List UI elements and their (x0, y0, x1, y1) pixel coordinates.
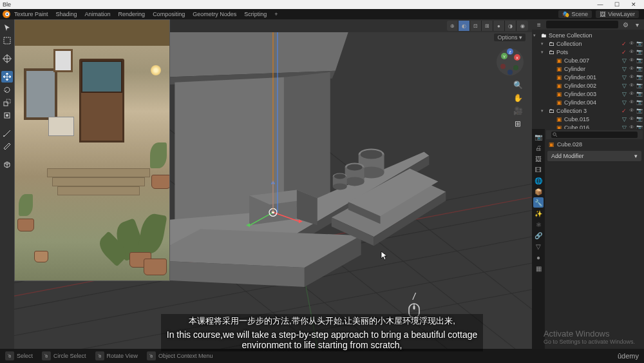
tool-cursor-3d[interactable] (1, 53, 13, 64)
outliner-search[interactable] (546, 21, 618, 28)
status-circle: Circle Select (53, 353, 86, 359)
outliner-row[interactable]: ▣Cylinder.001▽👁📷 (533, 73, 643, 81)
outliner-row[interactable]: ▣Cube.016▽👁📷 (533, 123, 643, 129)
prop-tab-physics[interactable]: ⚛ (533, 219, 544, 230)
nav-gizmo[interactable]: X Y Z (496, 48, 524, 76)
camera-icon[interactable]: 🎥 (513, 106, 523, 116)
svg-point-49 (334, 173, 346, 179)
wire-toggle[interactable]: ⊞ (482, 21, 493, 31)
overlay-toggle[interactable]: ◐ (459, 21, 470, 31)
svg-point-69 (507, 70, 513, 75)
tool-transform[interactable] (1, 110, 13, 121)
mouse-left-icon-2: 🖱 (42, 351, 51, 360)
tool-select-box[interactable] (1, 35, 13, 46)
svg-rect-2 (4, 37, 10, 44)
prop-tab-particle[interactable]: ✨ (533, 208, 544, 219)
cube-icon: ▣ (549, 141, 554, 148)
left-toolbar (0, 19, 14, 349)
prop-tab-modifier[interactable]: 🔧 (533, 197, 544, 208)
svg-point-67 (500, 64, 506, 69)
udemy-logo: ûdemy (618, 352, 639, 360)
gizmo-toggle[interactable]: ⊕ (447, 21, 459, 31)
tab-animation[interactable]: Animation (85, 11, 111, 17)
svg-text:Y: Y (503, 55, 506, 59)
svg-point-70 (553, 133, 556, 135)
prop-tab-view[interactable]: 🖼 (533, 153, 544, 164)
prop-tab-texture[interactable]: ▦ (533, 263, 544, 273)
outliner-row[interactable]: ▣Cylinder.002▽👁📷 (533, 81, 643, 90)
tab-add[interactable]: + (274, 11, 278, 17)
svg-rect-4 (4, 102, 8, 106)
tab-shading[interactable]: Shading (56, 11, 77, 17)
mouse-left-icon: 🖱 (5, 351, 14, 360)
svg-point-44 (345, 177, 365, 186)
window-close-button[interactable]: ✕ (626, 1, 641, 8)
windows-watermark: Activate Windows Go to Settings to activ… (544, 329, 635, 345)
tab-compositing[interactable]: Compositing (153, 11, 185, 17)
tab-scripting[interactable]: Scripting (244, 11, 267, 17)
add-modifier-dropdown[interactable]: Add Modifier▾ (547, 151, 641, 161)
tab-rendering[interactable]: Rendering (118, 11, 146, 17)
prop-tab-constraint[interactable]: 🔗 (533, 230, 544, 240)
tab-texture-paint[interactable]: Texture Paint (14, 11, 48, 17)
outliner-row[interactable]: ▣Cube.007▽👁📷 (533, 56, 643, 64)
window-titlebar: Ble — ☐ ✕ (0, 0, 644, 9)
tool-rotate[interactable] (1, 84, 13, 95)
video-subtitles: 本课程将采用一步步的方法,带你从头开始,让美丽的小木屋环境浮现出来, In th… (161, 314, 483, 351)
svg-point-68 (513, 65, 518, 70)
outliner-row[interactable]: ▣Cylinder.004▽👁📷 (533, 98, 643, 106)
svg-text:Z: Z (509, 50, 511, 54)
top-menubar: Texture Paint Shading Animation Renderin… (0, 9, 644, 19)
prop-tab-scene[interactable]: 🎞 (533, 164, 544, 175)
tab-geometry-nodes[interactable]: Geometry Nodes (193, 11, 236, 17)
prop-tab-material[interactable]: ● (533, 252, 544, 262)
svg-rect-74 (413, 306, 415, 309)
properties-search[interactable] (551, 132, 638, 138)
outliner-row[interactable]: ▾🗀Collection 3✓👁📷 (533, 106, 643, 115)
prop-tab-data[interactable]: ▽ (533, 241, 544, 251)
window-max-button[interactable]: ☐ (609, 1, 625, 8)
outliner-filter-icon[interactable]: ⚙ (621, 20, 630, 29)
svg-point-7 (6, 114, 8, 117)
outliner-row[interactable]: ▣Cylinder▽👁📷 (533, 64, 643, 73)
tool-cursor[interactable] (1, 22, 13, 34)
prop-tab-render[interactable]: 📷 (533, 132, 544, 142)
prop-tab-output[interactable]: 🖨 (533, 142, 544, 153)
matprev-toggle[interactable]: ◑ (505, 21, 516, 31)
tool-annotate[interactable] (1, 128, 13, 139)
viewlayer-selector[interactable]: 🖼ViewLayer (596, 10, 639, 18)
outliner-type-icon[interactable]: ≡ (535, 20, 544, 29)
tool-add-cube[interactable] (1, 159, 13, 170)
render-toggle[interactable]: ◉ (516, 21, 528, 31)
window-title: Ble (3, 1, 11, 8)
outliner-row[interactable]: ▾🗀Pots✓👁📷 (533, 48, 643, 56)
outliner-new-icon[interactable]: ▾ (632, 20, 641, 29)
solid-toggle[interactable]: ● (493, 21, 505, 31)
outliner-row[interactable]: ▾🖿Scene Collection (533, 31, 643, 39)
prop-tab-object[interactable]: 📦 (533, 186, 544, 197)
tool-move[interactable] (1, 71, 13, 83)
zoom-icon[interactable]: 🔍 (513, 80, 523, 90)
tool-scale[interactable] (1, 97, 13, 108)
reference-image (14, 19, 170, 281)
tool-measure[interactable] (1, 141, 13, 152)
svg-point-48 (333, 183, 347, 190)
scene-selector[interactable]: 🎭Scene (558, 10, 592, 18)
cursor-icon (381, 251, 388, 261)
status-rotate: Rotate View (107, 353, 138, 359)
outliner-row[interactable]: ▣Cube.015▽👁📷 (533, 115, 643, 123)
svg-point-45 (347, 164, 363, 170)
properties-panel: 📷 🖨 🖼 🎞 🌐 📦 🔧 ✨ ⚛ 🔗 ▽ ● ▦ ▣ (532, 129, 644, 349)
blender-logo-icon[interactable] (3, 10, 10, 18)
svg-point-1 (6, 14, 8, 15)
xray-toggle[interactable]: ⊡ (470, 21, 482, 31)
outliner-row[interactable]: ▣Cylinder.003▽👁📷 (533, 90, 643, 98)
pan-icon[interactable]: ✋ (513, 93, 523, 103)
mouse-right-icon: 🖱 (147, 351, 156, 360)
persp-icon[interactable]: ⊞ (513, 119, 523, 129)
outliner-row[interactable]: ▾🗀Collection✓👁📷 (533, 39, 643, 48)
svg-point-41 (361, 150, 383, 159)
window-min-button[interactable]: — (592, 1, 608, 8)
status-select: Select (17, 353, 33, 359)
prop-tab-world[interactable]: 🌐 (533, 175, 544, 186)
